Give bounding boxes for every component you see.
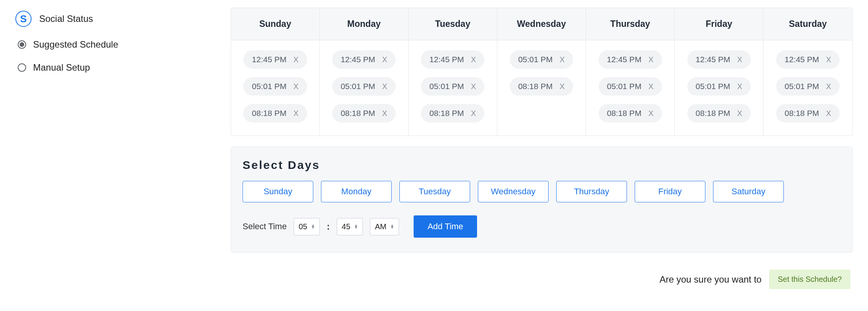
time-chip-label: 12:45 PM [696, 55, 730, 64]
day-buttons-row: SundayMondayTuesdayWednesdayThursdayFrid… [243, 181, 841, 202]
time-chip-label: 12:45 PM [429, 55, 464, 64]
schedule-column-body: 12:45 PMX05:01 PMX08:18 PMX [231, 40, 319, 136]
remove-time-icon[interactable]: X [649, 109, 653, 118]
remove-time-icon[interactable]: X [293, 82, 298, 91]
time-chip-label: 05:01 PM [429, 82, 464, 91]
time-chip-label: 05:01 PM [607, 82, 642, 91]
time-chip: 12:45 PMX [776, 50, 840, 69]
day-toggle-button[interactable]: Tuesday [399, 181, 470, 202]
remove-time-icon[interactable]: X [382, 82, 387, 91]
day-toggle-button[interactable]: Sunday [243, 181, 313, 202]
time-chip: 05:01 PMX [510, 50, 573, 69]
remove-time-icon[interactable]: X [560, 55, 565, 64]
remove-time-icon[interactable]: X [382, 55, 387, 64]
time-chip: 05:01 PMX [421, 77, 484, 96]
remove-time-icon[interactable]: X [737, 55, 742, 64]
brand-logo: S [15, 11, 32, 27]
time-chip-label: 08:18 PM [607, 109, 642, 118]
schedule-column-body: 12:45 PMX05:01 PMX08:18 PMX [586, 40, 674, 136]
radio-selected-dot [20, 42, 24, 47]
brand-name: Social Status [39, 13, 93, 24]
schedule-column-header: Wednesday [497, 8, 586, 40]
remove-time-icon[interactable]: X [826, 109, 831, 118]
remove-time-icon[interactable]: X [737, 109, 742, 118]
ampm-value: AM [375, 222, 386, 231]
time-chip-label: 08:18 PM [341, 109, 375, 118]
remove-time-icon[interactable]: X [826, 82, 831, 91]
schedule-column-header: Saturday [763, 8, 852, 40]
time-chip: 12:45 PMX [687, 50, 751, 69]
schedule-column-body: 12:45 PMX05:01 PMX08:18 PMX [409, 40, 497, 136]
time-chip-label: 08:18 PM [429, 109, 464, 118]
set-schedule-button[interactable]: Set this Schedule? [769, 270, 850, 289]
time-chip: 12:45 PMX [421, 50, 484, 69]
ampm-stepper[interactable]: AM ▲▼ [370, 218, 399, 235]
brand-logo-letter: S [20, 13, 27, 25]
minute-stepper[interactable]: 45 ▲▼ [337, 218, 363, 235]
time-chip: 08:18 PMX [510, 77, 573, 96]
time-chip: 08:18 PMX [687, 104, 751, 122]
confirm-row: Are you sure you want to Set this Schedu… [231, 270, 853, 289]
remove-time-icon[interactable]: X [560, 82, 565, 91]
time-chip: 08:18 PMX [243, 104, 307, 122]
time-chip-label: 12:45 PM [252, 55, 286, 64]
time-chip: 12:45 PMX [243, 50, 307, 69]
remove-time-icon[interactable]: X [826, 55, 831, 64]
day-toggle-button[interactable]: Friday [635, 181, 705, 202]
schedule-column: Thursday12:45 PMX05:01 PMX08:18 PMX [586, 8, 675, 136]
day-toggle-button[interactable]: Monday [321, 181, 392, 202]
schedule-column: Saturday12:45 PMX05:01 PMX08:18 PMX [763, 8, 852, 136]
stepper-arrows-icon: ▲▼ [311, 224, 315, 229]
time-chip-label: 08:18 PM [785, 109, 819, 118]
remove-time-icon[interactable]: X [471, 82, 476, 91]
stepper-arrows-icon: ▲▼ [354, 224, 358, 229]
remove-time-icon[interactable]: X [293, 55, 298, 64]
time-chip-label: 12:45 PM [785, 55, 819, 64]
schedule-column: Wednesday05:01 PMX08:18 PMX [497, 8, 586, 136]
sidebar: S Social Status Suggested Schedule Manua… [15, 8, 231, 289]
time-chip: 08:18 PMX [776, 104, 840, 122]
time-chip: 08:18 PMX [421, 104, 484, 122]
schedule-column: Friday12:45 PMX05:01 PMX08:18 PMX [675, 8, 763, 136]
time-chip-label: 12:45 PM [341, 55, 375, 64]
minute-value: 45 [342, 222, 350, 231]
schedule-column-header: Thursday [586, 8, 674, 40]
time-chip: 05:01 PMX [332, 77, 396, 96]
remove-time-icon[interactable]: X [471, 109, 476, 118]
day-toggle-button[interactable]: Thursday [556, 181, 627, 202]
time-chip: 08:18 PMX [332, 104, 396, 122]
time-chip-label: 05:01 PM [518, 55, 553, 64]
day-toggle-button[interactable]: Saturday [713, 181, 784, 202]
time-chip-label: 08:18 PM [518, 82, 553, 91]
day-toggle-button[interactable]: Wednesday [478, 181, 549, 202]
time-chip-label: 12:45 PM [607, 55, 642, 64]
schedule-grid: Sunday12:45 PMX05:01 PMX08:18 PMXMonday1… [231, 8, 853, 136]
time-chip-label: 08:18 PM [252, 109, 286, 118]
remove-time-icon[interactable]: X [649, 82, 653, 91]
schedule-column-body: 05:01 PMX08:18 PMX [497, 40, 586, 109]
time-chip-label: 05:01 PM [252, 82, 286, 91]
radio-icon [18, 63, 26, 72]
remove-time-icon[interactable]: X [649, 55, 653, 64]
time-chip: 05:01 PMX [687, 77, 751, 96]
hour-stepper[interactable]: 05 ▲▼ [294, 218, 320, 235]
remove-time-icon[interactable]: X [737, 82, 742, 91]
select-days-title: Select Days [243, 159, 841, 172]
option-manual-setup[interactable]: Manual Setup [18, 62, 231, 73]
hour-value: 05 [299, 222, 307, 231]
time-chip: 05:01 PMX [599, 77, 662, 96]
select-time-label: Select Time [243, 222, 287, 232]
remove-time-icon[interactable]: X [293, 109, 298, 118]
select-days-panel: Select Days SundayMondayTuesdayWednesday… [231, 147, 853, 253]
remove-time-icon[interactable]: X [471, 55, 476, 64]
option-suggested-schedule[interactable]: Suggested Schedule [18, 39, 231, 50]
time-chip: 08:18 PMX [599, 104, 662, 122]
schedule-column-header: Friday [675, 8, 763, 40]
add-time-button[interactable]: Add Time [414, 215, 477, 238]
remove-time-icon[interactable]: X [382, 109, 387, 118]
time-chip: 05:01 PMX [776, 77, 840, 96]
schedule-column-body: 12:45 PMX05:01 PMX08:18 PMX [675, 40, 763, 136]
time-chip-label: 05:01 PM [341, 82, 375, 91]
schedule-column: Tuesday12:45 PMX05:01 PMX08:18 PMX [409, 8, 497, 136]
brand-row: S Social Status [15, 11, 231, 27]
